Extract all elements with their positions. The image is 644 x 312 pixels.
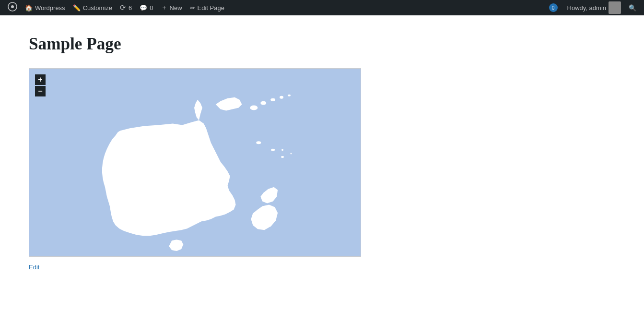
svg-point-7 <box>288 95 291 96</box>
edit-icon: ✏ <box>190 4 195 12</box>
customize-label: Customize <box>83 4 112 12</box>
map-svg <box>29 69 361 256</box>
svg-point-6 <box>280 96 283 99</box>
comments-count: 0 <box>150 4 153 12</box>
updates-badge: 0 <box>549 3 558 12</box>
admin-bar: 🏠 Wordpress ✏️ Customize ⟳ 6 💬 0 ＋ New ✏… <box>0 0 644 15</box>
page-content: Sample Page + − <box>0 15 644 312</box>
edit-page-link[interactable]: ✏ Edit Page <box>186 0 228 15</box>
wordpress-link[interactable]: 🏠 Wordpress <box>21 0 69 15</box>
new-label: New <box>170 4 182 12</box>
svg-point-1 <box>11 5 14 8</box>
svg-point-12 <box>290 153 292 155</box>
wordpress-label: Wordpress <box>35 4 65 12</box>
updates-badge-item[interactable]: 0 <box>545 0 563 15</box>
howdy-label: Howdy, admin <box>567 4 606 12</box>
svg-point-9 <box>271 149 275 151</box>
updates-count: 6 <box>129 4 132 12</box>
wordpress-icon: 🏠 <box>25 4 33 12</box>
search-button[interactable]: 🔍 <box>625 0 640 15</box>
howdy-menu[interactable]: Howdy, admin <box>563 0 625 15</box>
wp-logo[interactable] <box>4 0 21 15</box>
map-container: + − <box>29 68 361 257</box>
comments-icon: 💬 <box>140 4 147 12</box>
zoom-out-button[interactable]: − <box>35 86 46 96</box>
comments-link[interactable]: 💬 0 <box>136 0 157 15</box>
customize-link[interactable]: ✏️ Customize <box>69 0 116 15</box>
edit-page-label: Edit Page <box>198 4 224 12</box>
customize-icon: ✏️ <box>73 4 81 12</box>
zoom-in-button[interactable]: + <box>35 74 46 85</box>
new-content-link[interactable]: ＋ New <box>157 0 186 15</box>
svg-point-10 <box>281 156 284 158</box>
search-icon: 🔍 <box>629 4 636 12</box>
svg-point-4 <box>260 101 266 105</box>
page-title: Sample Page <box>29 35 615 54</box>
updates-link[interactable]: ⟳ 6 <box>116 0 136 15</box>
edit-link[interactable]: Edit <box>29 264 39 271</box>
avatar <box>609 1 621 14</box>
map-controls: + − <box>35 74 46 96</box>
updates-icon: ⟳ <box>120 3 126 12</box>
plus-icon: ＋ <box>161 3 167 12</box>
svg-point-5 <box>270 98 275 101</box>
svg-point-11 <box>281 149 283 151</box>
svg-point-8 <box>256 141 261 144</box>
svg-point-3 <box>250 106 258 110</box>
wp-logo-icon <box>8 2 17 14</box>
